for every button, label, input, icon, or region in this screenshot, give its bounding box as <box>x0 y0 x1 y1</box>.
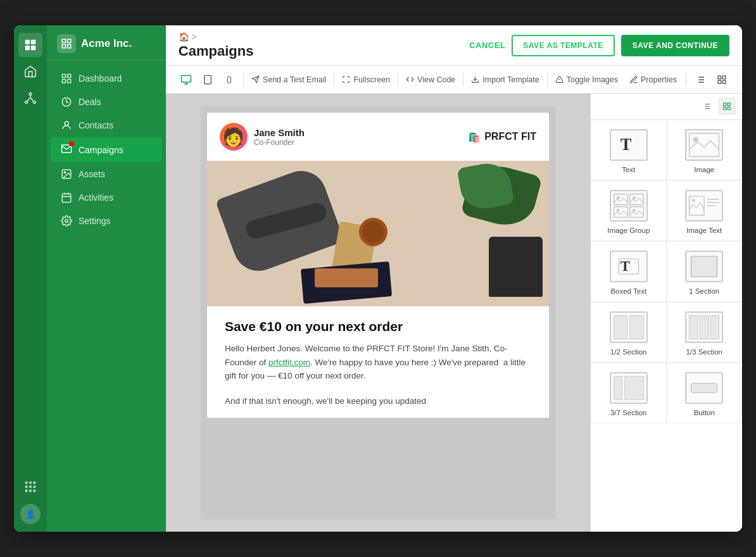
email-header: 🧑 Jane Smith Co-Founder 🛍️ PRFCT F <box>207 113 549 161</box>
properties-label: Properties <box>641 75 677 84</box>
svg-rect-53 <box>718 80 721 84</box>
panel-item-third-section[interactable]: 1/3 Section <box>667 302 743 363</box>
hero-img-bg <box>207 161 549 306</box>
sidebar-nav: Dashboard Deals Contacts Campaigns Asset… <box>47 60 166 532</box>
email-card: 🧑 Jane Smith Co-Founder 🛍️ PRFCT F <box>207 113 549 418</box>
svg-rect-9 <box>34 482 36 484</box>
panel-item-37-section[interactable]: 3/7 Section <box>591 363 667 423</box>
svg-rect-64 <box>728 107 730 110</box>
svg-rect-17 <box>67 39 70 42</box>
network-icon[interactable] <box>18 86 42 110</box>
save-continue-button[interactable]: SAVE AND CONTINUE <box>621 35 729 56</box>
svg-rect-28 <box>62 194 71 203</box>
sidebar-item-deals[interactable]: Deals <box>51 91 162 113</box>
svg-rect-19 <box>67 45 70 48</box>
panel-grid: T Text Image <box>591 120 742 423</box>
panel-item-button[interactable]: Button <box>667 363 743 423</box>
sidebar-item-campaigns[interactable]: Campaigns <box>51 137 162 162</box>
panel-item-image-text[interactable]: Image Text <box>667 180 743 241</box>
svg-rect-23 <box>67 80 70 83</box>
panel-item-text[interactable]: T Text <box>591 120 667 180</box>
cancel-button[interactable]: CANCEL <box>469 41 505 50</box>
panel-item-half-section[interactable]: 1/2 Section <box>591 302 667 363</box>
sidebar-item-contacts[interactable]: Contacts <box>51 114 162 137</box>
panel-item-boxed-text-label: Boxed Text <box>610 287 646 295</box>
svg-rect-1 <box>31 40 35 44</box>
toolbar-divider-5 <box>547 73 548 86</box>
svg-rect-33 <box>181 75 191 82</box>
topbar-left: 🏠 > Campaigns <box>179 32 254 59</box>
sidebar-item-dashboard[interactable]: Dashboard <box>51 67 162 90</box>
breadcrumb-home-icon[interactable]: 🏠 <box>179 32 189 42</box>
svg-rect-52 <box>722 76 726 79</box>
svg-rect-38 <box>227 77 230 83</box>
panel-item-1-section-label: 1 Section <box>689 287 719 295</box>
panel-item-boxed-text[interactable]: T Boxed Text <box>591 241 667 302</box>
import-template-button[interactable]: Import Template <box>467 73 543 87</box>
sidebar-item-settings[interactable]: Settings <box>51 210 162 232</box>
svg-rect-70 <box>614 207 627 218</box>
mobile-view-icon[interactable] <box>219 70 239 90</box>
desktop-view-icon[interactable] <box>176 70 196 90</box>
1-section-block-icon <box>685 251 723 282</box>
svg-point-5 <box>25 101 28 104</box>
toolbar-divider-1 <box>243 73 244 86</box>
half-section-block-icon <box>610 311 648 343</box>
toggle-images-button[interactable]: Toggle Images <box>551 73 622 87</box>
svg-rect-51 <box>718 76 721 79</box>
breadcrumb: 🏠 > <box>179 32 254 42</box>
logo-icon[interactable] <box>18 33 42 57</box>
toolbar-divider-4 <box>463 73 463 86</box>
save-template-button[interactable]: SAVE AS TEMPLATE <box>512 35 614 56</box>
text-block-icon: T <box>610 129 648 161</box>
svg-point-4 <box>29 93 32 96</box>
editor-area: Send a Test Email Fullscreen View Code <box>166 66 742 532</box>
sidebar-item-activities[interactable]: Activities <box>51 186 162 209</box>
panel-item-image-text-label: Image Text <box>686 227 722 234</box>
svg-rect-69 <box>629 194 643 205</box>
list-view-icon[interactable] <box>690 70 710 90</box>
properties-button[interactable]: Properties <box>624 73 682 87</box>
sidebar-item-label: Deals <box>79 97 101 107</box>
fullscreen-label: Fullscreen <box>353 75 390 84</box>
canvas-area[interactable]: 🧑 Jane Smith Co-Founder 🛍️ PRFCT F <box>166 94 590 532</box>
home-icon[interactable] <box>18 59 42 84</box>
view-code-button[interactable]: View Code <box>402 73 459 87</box>
panel-item-image-group[interactable]: Image Group <box>591 180 667 241</box>
svg-text:T: T <box>621 258 630 274</box>
svg-rect-68 <box>614 194 627 205</box>
import-template-label: Import Template <box>482 75 539 84</box>
sidebar-item-assets[interactable]: Assets <box>51 163 162 185</box>
panel-list-view[interactable] <box>698 97 715 115</box>
svg-rect-62 <box>728 103 730 106</box>
org-name: Acme Inc. <box>81 37 132 50</box>
email-hero-image <box>207 161 549 306</box>
org-selector[interactable]: Acme Inc. <box>57 34 156 53</box>
third-section-block-icon <box>685 311 723 343</box>
panel-grid-view[interactable] <box>718 97 736 115</box>
side-panel: T Text Image <box>590 94 742 532</box>
toolbar-divider-6 <box>686 73 686 86</box>
sidebar-item-label: Assets <box>79 169 105 179</box>
user-avatar[interactable]: 👤 <box>20 504 41 524</box>
email-link[interactable]: prfctfit.com <box>268 358 310 367</box>
svg-rect-11 <box>29 485 32 488</box>
campaigns-badge <box>69 141 74 146</box>
icon-bar: 👤 <box>14 25 47 532</box>
svg-rect-36 <box>205 75 211 84</box>
panel-item-image-group-label: Image Group <box>607 227 650 234</box>
svg-text:T: T <box>621 135 632 154</box>
tablet-view-icon[interactable] <box>198 70 218 90</box>
sidebar-item-label: Campaigns <box>79 145 123 155</box>
grid-view-icon[interactable] <box>712 70 732 90</box>
grid-icon[interactable] <box>18 475 42 499</box>
send-test-email-button[interactable]: Send a Test Email <box>248 73 331 87</box>
svg-rect-2 <box>25 46 30 50</box>
sender-info: Jane Smith Co-Founder <box>254 127 305 147</box>
panel-topbar <box>591 94 742 120</box>
fullscreen-button[interactable]: Fullscreen <box>338 73 394 87</box>
sidebar-item-label: Settings <box>79 216 111 226</box>
panel-item-image[interactable]: Image <box>667 120 743 180</box>
sidebar-item-label: Activities <box>79 192 113 203</box>
panel-item-1-section[interactable]: 1 Section <box>667 241 743 302</box>
